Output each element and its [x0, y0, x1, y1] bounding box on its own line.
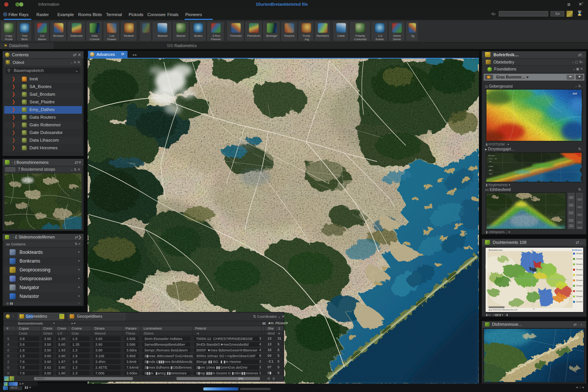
svg-text:▾m: ▾m [533, 308, 535, 310]
svg-text:ALitGeers: ALitGeers [572, 249, 582, 251]
svg-text:s.m: s.m [531, 249, 534, 251]
svg-text:AM: AM [573, 92, 577, 95]
svg-text:Betreettetmmers: Betreettetmmers [488, 249, 503, 251]
svg-text:■□■□ ifsecensus Gbessesse frm: ■□■□ ifsecensus Gbessesse frm m mf [488, 309, 518, 311]
